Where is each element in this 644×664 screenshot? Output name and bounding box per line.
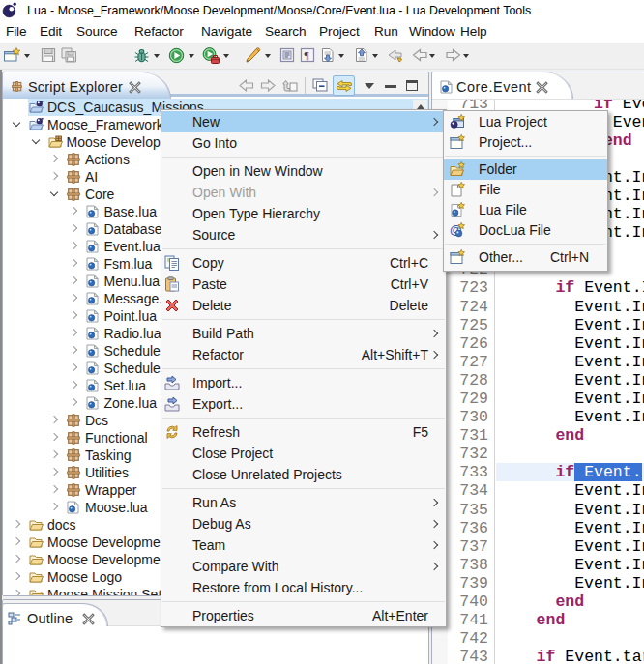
- svg-text:¶: ¶: [305, 49, 309, 61]
